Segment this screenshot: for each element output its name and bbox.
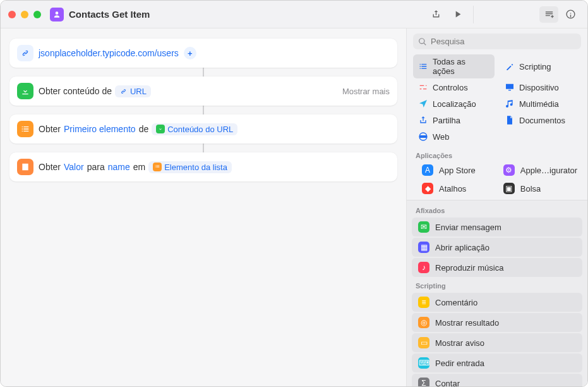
url-value[interactable]: jsonplaceholder.typicode.com/users [39, 48, 179, 58]
category-label: Multimédia [519, 99, 559, 109]
editor: jsonplaceholder.typicode.com/users + Obt… [1, 28, 406, 386]
dictionary-icon [17, 159, 33, 175]
action-url[interactable]: jsonplaceholder.typicode.com/users + [9, 39, 397, 68]
app-label: Bolsa [520, 184, 541, 194]
in-label: em [133, 162, 145, 172]
window: Contacts Get Item jsonplaceholder [0, 0, 588, 387]
pill-text: Conteúdo do URL [167, 125, 233, 134]
app-stocks[interactable]: ▣ Bolsa [495, 180, 586, 197]
action-get-contents[interactable]: Obter conteúdo de URL Mostrar mais [9, 77, 397, 106]
show-more-button[interactable]: Mostrar mais [342, 87, 390, 96]
app-app-store[interactable]: A App Store [413, 161, 484, 179]
pinned-header: Afixados [407, 203, 587, 216]
count-icon: Σ [418, 378, 429, 386]
script-label: Comentário [435, 298, 477, 307]
globe-icon [418, 132, 428, 142]
titlebar: Contacts Get Item [1, 1, 587, 28]
scripting-show-result[interactable]: ◎ Mostrar resultado [412, 313, 582, 332]
list-item-variable-pill[interactable]: Elemento da lista [148, 161, 232, 173]
traffic-lights [8, 11, 41, 18]
pill-text: Elemento da lista [164, 163, 227, 172]
action-get-value[interactable]: Obter Valor para name em Elemento da lis… [9, 152, 397, 181]
maximize-window[interactable] [33, 11, 41, 18]
location-icon [418, 99, 428, 109]
share-button[interactable] [426, 6, 445, 23]
app-label: Atalhos [439, 184, 466, 194]
category-controls[interactable]: Controlos [413, 80, 495, 95]
category-label: Scripting [519, 62, 551, 71]
search-field[interactable] [413, 34, 581, 49]
connector [203, 68, 204, 77]
wand-icon [505, 61, 515, 71]
label: Obter [39, 162, 61, 172]
sliders-icon [418, 82, 428, 92]
script-label: Mostrar resultado [435, 318, 499, 328]
url-variable-pill[interactable]: URL [115, 85, 151, 97]
category-device[interactable]: Dispositivo [500, 80, 581, 95]
category-location[interactable]: Localização [413, 96, 495, 111]
pinned-play-music[interactable]: ♪ Reproduzir música [412, 258, 582, 277]
category-label: Controlos [433, 83, 468, 92]
category-grid: Todas as ações Scripting Controlos Dispo… [407, 54, 587, 148]
category-label: Partilha [433, 116, 460, 125]
display-icon [505, 82, 515, 92]
list-icon [17, 121, 33, 137]
app-shortcuts[interactable]: ◆ Atalhos [413, 180, 484, 197]
lower-panel: Afixados ✉ Enviar mensagem ▦ Abrir aplic… [407, 200, 587, 386]
run-button[interactable] [448, 6, 467, 23]
app-store-icon: A [422, 164, 433, 176]
param[interactable]: Primeiro elemento [64, 124, 136, 134]
info-button[interactable] [561, 6, 580, 23]
pinned-open-app[interactable]: ▦ Abrir aplicação [412, 238, 582, 257]
category-sharing[interactable]: Partilha [413, 113, 495, 128]
scripting-ask-input[interactable]: ⌨ Pedir entrada [412, 353, 582, 372]
category-scripting[interactable]: Scripting [500, 54, 581, 78]
sidebar: Todas as ações Scripting Controlos Dispo… [406, 28, 587, 386]
document-icon [505, 115, 515, 125]
action-get-first[interactable]: Obter Primeiro elemento de Conteúdo do U… [9, 114, 397, 144]
category-web[interactable]: Web [413, 129, 495, 144]
key[interactable]: name [108, 162, 130, 172]
pinned-send-message[interactable]: ✉ Enviar mensagem [412, 218, 582, 236]
toolbar-divider [473, 6, 474, 23]
category-all-actions[interactable]: Todas as ações [413, 54, 495, 78]
apps-header: Aplicações [407, 148, 587, 161]
for-label: para [87, 162, 105, 172]
search-input[interactable] [431, 37, 576, 46]
scripting-count[interactable]: Σ Contar [412, 374, 582, 386]
apps-grid: A App Store ⚙ Apple…igurator ◆ Atalhos ▣… [407, 161, 587, 200]
stocks-icon: ▣ [503, 183, 515, 194]
pin-label: Abrir aplicação [435, 243, 489, 252]
category-label: Localização [433, 99, 476, 109]
music-icon: ♪ [418, 262, 429, 273]
pill-text: URL [130, 87, 147, 96]
scripting-header: Scripting [407, 278, 587, 292]
configurator-icon: ⚙ [503, 164, 515, 176]
connector [203, 106, 204, 114]
category-documents[interactable]: Documentos [500, 113, 581, 128]
app-label: App Store [439, 166, 476, 175]
scripting-show-alert[interactable]: ▭ Mostrar aviso [412, 333, 582, 352]
category-label: Dispositivo [519, 83, 559, 92]
script-label: Pedir entrada [435, 359, 484, 368]
script-label: Contar [435, 379, 460, 387]
param[interactable]: Valor [64, 162, 84, 172]
scripting-comment[interactable]: ≡ Comentário [412, 293, 582, 312]
app-apple-configurator[interactable]: ⚙ Apple…igurator [495, 161, 586, 179]
search-icon [418, 37, 427, 46]
input-icon: ⌨ [418, 357, 429, 369]
pin-label: Enviar mensagem [435, 223, 501, 232]
add-url-button[interactable]: + [184, 47, 196, 59]
shortcuts-icon: ◆ [422, 183, 433, 194]
close-window[interactable] [8, 11, 16, 18]
pin-label: Reproduzir música [435, 263, 503, 273]
library-button[interactable] [539, 6, 558, 23]
comment-icon: ≡ [418, 297, 429, 308]
category-media[interactable]: Multimédia [500, 96, 581, 111]
category-label: Web [433, 132, 450, 142]
result-icon: ◎ [418, 317, 429, 328]
link-icon [17, 45, 33, 61]
minimize-window[interactable] [21, 11, 28, 18]
contents-variable-pill[interactable]: Conteúdo do URL [152, 123, 237, 135]
of-label: de [139, 124, 149, 134]
